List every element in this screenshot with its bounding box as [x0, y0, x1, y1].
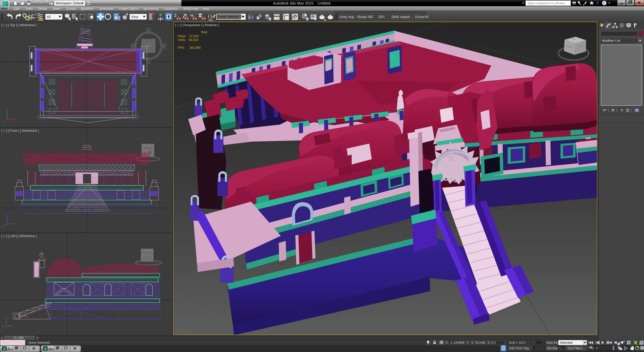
- svg-text:S: S: [146, 58, 151, 65]
- svg-text:3: 3: [174, 13, 176, 18]
- svg-text:-1.343994: -1.343994: [450, 341, 464, 344]
- svg-text:None Selected: None Selected: [28, 341, 50, 344]
- svg-text:y: y: [6, 108, 8, 112]
- svg-text:y: y: [3, 225, 4, 228]
- svg-text:X:: X:: [446, 341, 449, 344]
- svg-text:Grid = 10.0: Grid = 10.0: [509, 341, 525, 344]
- svg-text:Workspace: Default: Workspace: Default: [56, 2, 83, 5]
- svg-text:View: View: [131, 15, 139, 19]
- svg-text:Unity Imp.: Unity Imp.: [339, 15, 355, 19]
- svg-text:z: z: [178, 315, 180, 318]
- svg-text:Z:: Z:: [488, 341, 491, 344]
- svg-text:Create Selection Se: Create Selection Se: [217, 15, 244, 18]
- svg-text:TOP: TOP: [145, 44, 151, 48]
- svg-text:x: x: [14, 222, 16, 226]
- svg-text:x: x: [14, 118, 16, 121]
- svg-text:Auto Key: Auto Key: [546, 341, 559, 344]
- svg-text:>: >: [36, 336, 38, 340]
- svg-text:%: %: [190, 13, 193, 18]
- svg-text:GPI: GPI: [378, 15, 384, 19]
- svg-text:FRONT: FRONT: [142, 149, 154, 152]
- svg-text:Y:: Y:: [466, 341, 469, 344]
- svg-text:Set Key: Set Key: [547, 346, 558, 350]
- svg-text:Add Time Tag: Add Time Tag: [509, 346, 529, 350]
- svg-text:Sc...: Sc...: [49, 347, 55, 350]
- svg-text:0.0: 0.0: [491, 341, 496, 344]
- svg-text:?: ?: [603, 1, 605, 5]
- svg-text:SMS Import: SMS Import: [391, 15, 410, 19]
- svg-text:N: N: [146, 26, 151, 34]
- svg-text:E:...: E:...: [8, 347, 13, 350]
- svg-text:-9.792246: -9.792246: [470, 341, 485, 344]
- svg-text:y: y: [2, 324, 4, 328]
- svg-text:Rivals NR: Rivals NR: [357, 15, 373, 19]
- svg-text:Selected: Selected: [560, 341, 573, 344]
- svg-text:<: <: [1, 336, 3, 340]
- svg-text:All: All: [47, 15, 51, 19]
- svg-text:0: 0: [596, 346, 598, 350]
- svg-text:ABC: ABC: [208, 19, 213, 21]
- svg-text:Key Filters...: Key Filters...: [568, 346, 585, 350]
- svg-text:y: y: [185, 332, 187, 335]
- svg-text:DriverSF: DriverSF: [415, 15, 429, 19]
- svg-text:X: X: [596, 1, 599, 5]
- svg-text:z: z: [4, 120, 5, 124]
- svg-text:{ }: { }: [208, 14, 212, 18]
- svg-text:LEFT: LEFT: [143, 253, 151, 257]
- svg-text:Type a keyword or phrase: Type a keyword or phrase: [527, 1, 565, 5]
- svg-text:z: z: [6, 315, 7, 318]
- svg-text:z: z: [6, 212, 8, 216]
- svg-text:0 / 100: 0 / 100: [14, 336, 23, 340]
- svg-text:x: x: [12, 325, 14, 329]
- svg-text:Modifier List: Modifier List: [602, 39, 620, 42]
- svg-text:E: E: [163, 42, 167, 50]
